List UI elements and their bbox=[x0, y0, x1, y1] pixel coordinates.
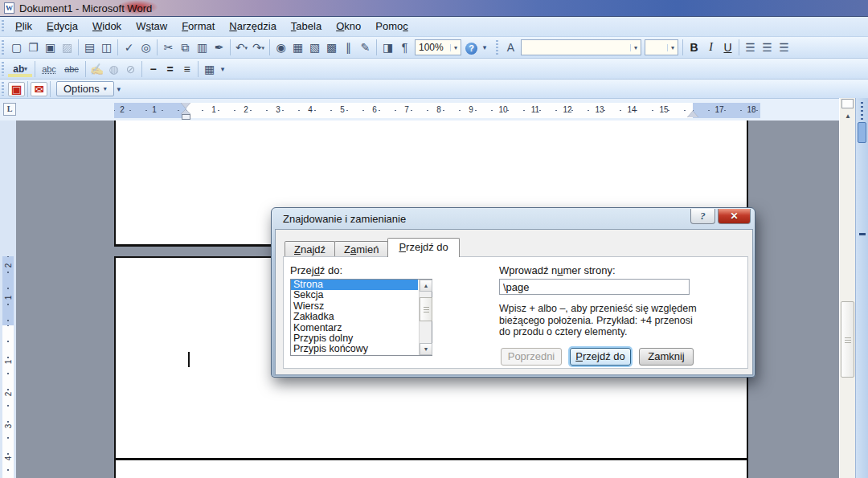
menu-plik[interactable]: Plik bbox=[8, 17, 39, 36]
list-scrollbar-thumb[interactable] bbox=[420, 297, 432, 321]
menu-narzedzia[interactable]: Narzędzia bbox=[222, 17, 284, 36]
menu-edycja[interactable]: Edycja bbox=[39, 17, 85, 36]
align-left-icon[interactable]: ☰ bbox=[742, 39, 759, 55]
convert-and-email-pdf-icon[interactable]: ✉ bbox=[31, 82, 47, 96]
right-indent-marker[interactable] bbox=[687, 111, 698, 117]
list-scroll-up-icon[interactable]: ▲ bbox=[420, 280, 432, 292]
previous-button[interactable]: Poprzedni bbox=[501, 348, 562, 366]
cut-icon[interactable]: ✂ bbox=[160, 39, 177, 55]
align-right-icon[interactable]: ☰ bbox=[776, 39, 792, 55]
left-indent-marker[interactable] bbox=[182, 114, 190, 120]
close-button[interactable]: Zamknij bbox=[639, 348, 694, 366]
convert-to-adobe-pdf-icon[interactable]: ▣ bbox=[8, 82, 25, 96]
goto-list-item[interactable]: Sekcja bbox=[291, 290, 418, 300]
stop-recording-icon[interactable]: ⊘ bbox=[122, 61, 139, 77]
menu-tabela[interactable]: Tabela bbox=[284, 17, 329, 36]
toolbar-overflow-chevron-icon[interactable]: ▾ bbox=[480, 39, 489, 55]
spelling-grammar-icon[interactable]: ✓ bbox=[121, 39, 137, 55]
goto-list-label: Przejdź do: bbox=[290, 264, 342, 276]
format-painter-icon[interactable]: ✒ bbox=[211, 39, 227, 55]
toolbar-separator bbox=[78, 39, 79, 55]
horizontal-ruler[interactable] bbox=[186, 103, 693, 118]
research-icon[interactable]: ◎ bbox=[137, 39, 154, 55]
goto-list-item[interactable]: Wiersz bbox=[291, 301, 418, 312]
print-preview-icon[interactable]: ◫ bbox=[98, 39, 115, 55]
accept-change-icon[interactable]: ✍ bbox=[88, 61, 105, 77]
table-grid-icon[interactable]: ▦ bbox=[201, 61, 218, 77]
document-map-icon[interactable]: ◨ bbox=[379, 39, 396, 55]
line-medium-icon[interactable]: = bbox=[162, 61, 178, 77]
goto-listbox[interactable]: StronaSekcjaWierszZakładkaKomentarzPrzyp… bbox=[290, 279, 432, 356]
tables-and-borders-icon[interactable]: ▦ bbox=[289, 39, 306, 55]
bold-icon[interactable]: B bbox=[686, 39, 702, 55]
toolbar-overflow-chevron-icon[interactable]: ▾ bbox=[218, 61, 227, 77]
goto-button[interactable]: Przejdź do bbox=[570, 348, 631, 366]
listbox-scrollbar[interactable]: ▲ ▼ bbox=[419, 280, 432, 355]
tab-stop-selector[interactable]: L bbox=[3, 103, 16, 116]
insert-excel-sheet-icon[interactable]: ▩ bbox=[323, 39, 340, 55]
font-name-combo[interactable]: ▾ bbox=[521, 39, 641, 55]
drawing-icon[interactable]: ✎ bbox=[357, 39, 374, 55]
print-icon[interactable]: ▤ bbox=[81, 39, 98, 55]
menu-pomoc[interactable]: Pomoc bbox=[368, 17, 415, 36]
vertical-scrollbar[interactable]: ▲ bbox=[839, 98, 855, 478]
spelling-marks-icon[interactable]: abc bbox=[38, 61, 60, 77]
list-scroll-down-icon[interactable]: ▼ bbox=[420, 343, 432, 355]
first-line-indent-marker[interactable] bbox=[181, 103, 190, 108]
menu-widok[interactable]: Widok bbox=[85, 17, 129, 36]
reject-change-icon[interactable]: ◍ bbox=[105, 61, 122, 77]
goto-list-item[interactable]: Przypis dolny bbox=[291, 333, 418, 344]
toolbar-grip[interactable] bbox=[2, 40, 6, 55]
insert-hyperlink-icon[interactable]: ◉ bbox=[272, 39, 289, 55]
toolbar-grip[interactable] bbox=[496, 40, 500, 55]
undo-icon[interactable]: ↶▾ bbox=[233, 39, 250, 55]
align-center-icon[interactable]: ☰ bbox=[759, 39, 776, 55]
help-icon[interactable]: ? bbox=[463, 39, 480, 55]
toolbar-separator bbox=[35, 61, 35, 77]
save-icon[interactable]: ▣ bbox=[42, 39, 59, 55]
toolbar-separator bbox=[739, 39, 739, 55]
split-handle[interactable] bbox=[841, 99, 854, 108]
dialog-help-button[interactable]: ? bbox=[690, 209, 715, 224]
insert-table-icon[interactable]: ▧ bbox=[306, 39, 323, 55]
copy-icon[interactable]: ⧉ bbox=[177, 39, 194, 55]
menu-wstaw[interactable]: Wstaw bbox=[129, 17, 174, 36]
paste-icon[interactable]: ▥ bbox=[194, 39, 211, 55]
ruler-right-margin bbox=[693, 103, 760, 118]
goto-list-item[interactable]: Strona bbox=[291, 280, 418, 290]
line-thin-icon[interactable]: − bbox=[145, 61, 162, 77]
font-size-combo[interactable]: ▾ bbox=[645, 39, 678, 55]
goto-list-item[interactable]: Komentarz bbox=[291, 323, 418, 333]
open-icon[interactable]: ❐ bbox=[25, 39, 42, 55]
italic-icon[interactable]: I bbox=[702, 39, 719, 55]
tab-znajd-[interactable]: Znajdź bbox=[285, 241, 335, 257]
permission-icon[interactable]: ▨ bbox=[59, 39, 76, 55]
dock-grip-dots-icon[interactable] bbox=[861, 102, 863, 120]
scrollbar-thumb[interactable] bbox=[841, 301, 854, 378]
zoom-combo[interactable]: 100%▾ bbox=[415, 39, 461, 55]
toolbar-grip[interactable] bbox=[2, 62, 6, 76]
dialog-close-button[interactable]: ✕ bbox=[718, 209, 751, 224]
pdf-options-button[interactable]: Options ▾ bbox=[56, 81, 114, 96]
menu-format[interactable]: Format bbox=[174, 17, 222, 36]
dock-selected-tool[interactable] bbox=[858, 122, 866, 143]
toolbar-grip[interactable] bbox=[2, 20, 6, 34]
strikethrough-icon[interactable]: abc bbox=[60, 61, 83, 77]
highlight-icon[interactable]: ab▾ bbox=[8, 61, 32, 77]
underline-icon[interactable]: U bbox=[719, 39, 736, 55]
toolbar-overflow-chevron-icon[interactable]: ▾ bbox=[114, 81, 124, 97]
goto-list-item[interactable]: Zakładka bbox=[291, 312, 418, 322]
menu-okno[interactable]: Okno bbox=[329, 17, 368, 36]
goto-list-item[interactable]: Przypis końcowy bbox=[291, 344, 418, 354]
toolbar-grip[interactable] bbox=[2, 82, 6, 95]
line-thick-icon[interactable]: ≡ bbox=[178, 61, 195, 77]
page-number-input[interactable] bbox=[499, 279, 690, 295]
tab-przejd-do[interactable]: Przejdź do bbox=[387, 238, 459, 257]
scroll-up-arrow-icon[interactable]: ▲ bbox=[840, 112, 856, 120]
new-document-icon[interactable]: ▢ bbox=[8, 39, 25, 55]
styles-and-formatting-icon[interactable]: A bbox=[502, 39, 519, 55]
redo-icon[interactable]: ↷▾ bbox=[250, 39, 267, 55]
columns-icon[interactable]: ∥ bbox=[340, 39, 357, 55]
tab-zamie-[interactable]: Zamień bbox=[334, 241, 388, 257]
show-hide-paragraph-icon[interactable]: ¶ bbox=[396, 39, 413, 55]
